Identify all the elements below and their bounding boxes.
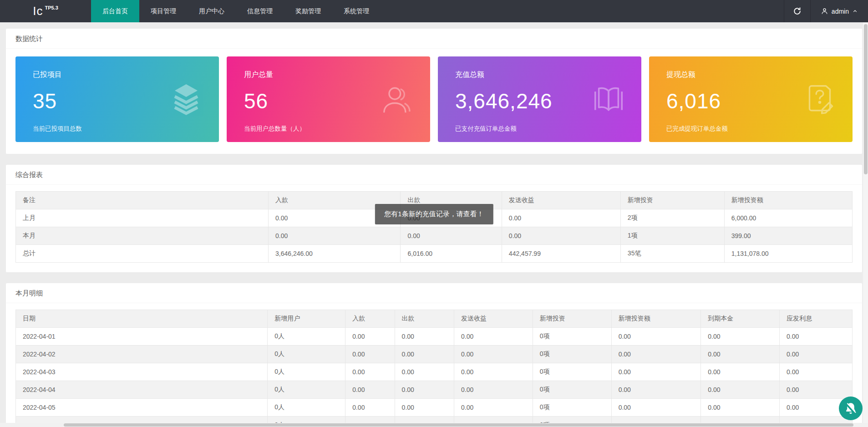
- vertical-scrollbar[interactable]: [863, 22, 868, 423]
- table-cell: 0.00: [345, 381, 395, 399]
- stat-card-total-recharge: 充值总额 3,646,246 已支付充值订单总金额: [438, 56, 641, 142]
- table-row: 2022-04-020人0.000.000.000项0.000.000.00: [16, 346, 853, 363]
- table-row: 本月0.000.000.001项399.00: [16, 227, 853, 245]
- table-row: 2022-04-030人0.000.000.000项0.000.000.00: [16, 363, 853, 381]
- table-cell: 6,016.00: [401, 245, 502, 263]
- table-cell: 总计: [16, 245, 269, 263]
- document-question-icon: [803, 83, 836, 116]
- toast-message: 您有1条新的充值记录，请查看！: [375, 204, 493, 224]
- logo-version: TP5.3: [45, 5, 58, 10]
- nav-menu-item-4[interactable]: 奖励管理: [284, 0, 332, 22]
- table-cell: 0.00: [395, 346, 454, 363]
- table-cell: 0.00: [345, 363, 395, 381]
- table-cell: 0项: [533, 399, 611, 417]
- table-cell: 2022-04-02: [16, 346, 268, 363]
- table-cell: 0.00: [611, 363, 701, 381]
- table-cell: 0.00: [780, 328, 853, 346]
- main-content: 数据统计 已投项目 35 当前已投项目总数: [0, 22, 868, 427]
- stat-card-invested-projects: 已投项目 35 当前已投项目总数: [15, 56, 219, 142]
- refresh-icon: [793, 7, 802, 15]
- report-panel-title: 综合报表: [6, 165, 862, 185]
- nav-menu-item-0[interactable]: 后台首页: [91, 0, 139, 22]
- table-cell: 0人: [268, 399, 345, 417]
- table-row: 2022-04-050人0.000.000.000项0.000.000.00: [16, 399, 853, 417]
- table-cell: 0项: [533, 363, 611, 381]
- table-cell: 0.00: [454, 346, 533, 363]
- table-cell: 442,457.99: [502, 245, 620, 263]
- table-cell: 0.00: [395, 381, 454, 399]
- horizontal-scrollbar-thumb[interactable]: [64, 423, 853, 427]
- nav-menu-item-2[interactable]: 用户中心: [188, 0, 236, 22]
- nav-menu-item-3[interactable]: 信息管理: [236, 0, 284, 22]
- table-cell: 399.00: [724, 227, 852, 245]
- table-cell: 2022-04-05: [16, 399, 268, 417]
- layers-icon: [170, 83, 203, 116]
- table-cell: 35笔: [620, 245, 724, 263]
- table-cell: 0.00: [395, 363, 454, 381]
- column-header: 应发利息: [780, 310, 853, 328]
- table-row: 总计3,646,246.006,016.00442,457.9935笔1,131…: [16, 245, 853, 263]
- column-header: 新增用户: [268, 310, 345, 328]
- table-cell: 0.00: [345, 328, 395, 346]
- navbar: Ic TP5.3 后台首页项目管理用户中心信息管理奖励管理系统管理 admin: [0, 0, 868, 22]
- table-cell: 1,131,078.00: [724, 245, 852, 263]
- report-table-body: 备注入款出款发送收益新增投资新增投资额上月0.000.000.002项6,000…: [6, 185, 862, 272]
- table-cell: 3,646,246.00: [269, 245, 401, 263]
- stats-panel: 数据统计 已投项目 35 当前已投项目总数: [6, 29, 862, 154]
- stat-card-title: 已投项目: [33, 70, 202, 80]
- bell-slash-icon: [844, 402, 858, 415]
- stat-card-total-withdraw: 提现总额 6,016 已完成提现订单总金额: [649, 56, 853, 142]
- table-cell: 0.00: [780, 363, 853, 381]
- table-cell: 0.00: [454, 381, 533, 399]
- vertical-scrollbar-thumb[interactable]: [864, 24, 868, 174]
- table-row: 2022-04-010人0.000.000.000项0.000.000.00: [16, 328, 853, 346]
- stat-card-title: 充值总额: [455, 70, 624, 80]
- detail-panel: 本月明细 日期新增用户入款出款发送收益新增投资新增投资额到期本金应发利息2022…: [6, 283, 862, 427]
- table-cell: 0.00: [611, 399, 701, 417]
- chevron-up-icon: [852, 8, 858, 14]
- table-cell: 0.00: [780, 346, 853, 363]
- stat-card-desc: 已完成提现订单总金额: [666, 125, 835, 133]
- stats-panel-title: 数据统计: [6, 29, 862, 49]
- column-header: 新增投资额: [724, 192, 852, 209]
- table-cell: 0.00: [701, 328, 780, 346]
- table-cell: 1项: [620, 227, 724, 245]
- stat-card-title: 用户总量: [244, 70, 413, 80]
- nav-menu: 后台首页项目管理用户中心信息管理奖励管理系统管理: [91, 0, 381, 22]
- nav-menu-item-1[interactable]: 项目管理: [139, 0, 188, 22]
- column-header: 新增投资: [533, 310, 611, 328]
- table-cell: 6,000.00: [724, 209, 852, 227]
- table-cell: 0.00: [269, 227, 401, 245]
- stats-cards-body: 已投项目 35 当前已投项目总数 用户总量 56: [6, 49, 862, 154]
- open-book-icon: [592, 83, 625, 116]
- column-header: 新增投资额: [611, 310, 701, 328]
- table-cell: 0.00: [502, 209, 620, 227]
- nav-right-cluster: admin: [784, 0, 868, 22]
- column-header: 出款: [395, 310, 454, 328]
- stat-card-desc: 已支付充值订单总金额: [455, 125, 624, 133]
- table-cell: 0人: [268, 363, 345, 381]
- nav-menu-item-5[interactable]: 系统管理: [332, 0, 381, 22]
- table-cell: 0.00: [454, 399, 533, 417]
- table-cell: 0人: [268, 328, 345, 346]
- table-cell: 0人: [268, 346, 345, 363]
- stat-card-desc: 当前已投项目总数: [33, 125, 202, 133]
- stat-card-title: 提现总额: [666, 70, 835, 80]
- refresh-button[interactable]: [784, 0, 810, 22]
- table-cell: 0.00: [401, 227, 502, 245]
- detail-table-body: 日期新增用户入款出款发送收益新增投资新增投资额到期本金应发利息2022-04-0…: [6, 303, 862, 427]
- table-cell: 0.00: [701, 346, 780, 363]
- notification-fab-button[interactable]: [839, 396, 863, 420]
- table-cell: 0.00: [395, 399, 454, 417]
- username: admin: [832, 8, 849, 15]
- user-menu[interactable]: admin: [810, 0, 868, 22]
- user-icon: [821, 7, 828, 15]
- table-cell: 本月: [16, 227, 269, 245]
- table-cell: 0.00: [454, 363, 533, 381]
- users-icon: [381, 83, 414, 116]
- column-header: 日期: [16, 310, 268, 328]
- table-cell: 2022-04-04: [16, 381, 268, 399]
- horizontal-scrollbar[interactable]: [0, 423, 868, 427]
- table-cell: 0.00: [502, 227, 620, 245]
- table-cell: 0.00: [345, 346, 395, 363]
